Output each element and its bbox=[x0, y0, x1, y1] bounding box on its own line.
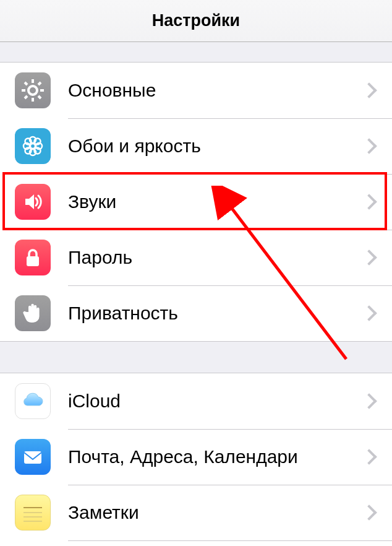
flower-icon bbox=[15, 128, 51, 164]
chevron-right-icon bbox=[361, 305, 377, 321]
chevron-right-icon bbox=[361, 138, 377, 154]
page-title: Настройки bbox=[152, 11, 240, 30]
chevron-right-icon bbox=[361, 505, 377, 520]
row-sounds[interactable]: Звуки bbox=[0, 174, 392, 230]
row-label: Звуки bbox=[68, 191, 364, 212]
svg-point-9 bbox=[30, 144, 35, 149]
svg-line-6 bbox=[38, 96, 41, 98]
chevron-right-icon bbox=[361, 82, 377, 98]
group-spacer bbox=[0, 342, 392, 373]
row-icloud[interactable]: iCloud bbox=[0, 373, 392, 429]
row-label: Приватность bbox=[68, 303, 364, 324]
row-label: Основные bbox=[68, 80, 364, 101]
svg-rect-19 bbox=[24, 451, 41, 464]
lock-icon bbox=[15, 240, 51, 275]
speaker-icon bbox=[15, 184, 51, 220]
row-label: Почта, Адреса, Календари bbox=[68, 446, 364, 467]
row-label: Обои и яркость bbox=[68, 136, 364, 157]
group-spacer bbox=[0, 42, 392, 62]
envelope-icon bbox=[15, 439, 51, 475]
settings-group-1: Основные Обои и яркость Звуки Пароль При… bbox=[0, 62, 392, 342]
notes-icon bbox=[15, 495, 51, 531]
cloud-icon bbox=[15, 383, 51, 419]
settings-group-2: iCloud Почта, Адреса, Календари Заметки … bbox=[0, 373, 392, 546]
svg-point-0 bbox=[28, 86, 37, 95]
header-bar: Настройки bbox=[0, 0, 392, 42]
row-label: iCloud bbox=[68, 391, 364, 412]
svg-line-5 bbox=[25, 82, 27, 85]
chevron-right-icon bbox=[361, 449, 377, 464]
gear-icon bbox=[15, 72, 51, 108]
row-label: Заметки bbox=[68, 502, 364, 523]
row-label: Пароль bbox=[68, 247, 364, 268]
row-reminders[interactable]: Напоминания bbox=[0, 540, 392, 546]
row-passcode[interactable]: Пароль bbox=[0, 230, 392, 285]
chevron-right-icon bbox=[361, 393, 377, 409]
svg-line-7 bbox=[25, 96, 27, 98]
chevron-right-icon bbox=[361, 249, 377, 265]
svg-line-8 bbox=[38, 82, 41, 85]
row-notes[interactable]: Заметки bbox=[0, 485, 392, 540]
row-mail[interactable]: Почта, Адреса, Календари bbox=[0, 429, 392, 485]
row-general[interactable]: Основные bbox=[0, 63, 392, 118]
hand-icon bbox=[15, 295, 51, 331]
row-wallpaper[interactable]: Обои и яркость bbox=[0, 118, 392, 174]
svg-rect-18 bbox=[27, 256, 39, 266]
row-privacy[interactable]: Приватность bbox=[0, 285, 392, 341]
chevron-right-icon bbox=[361, 194, 377, 209]
